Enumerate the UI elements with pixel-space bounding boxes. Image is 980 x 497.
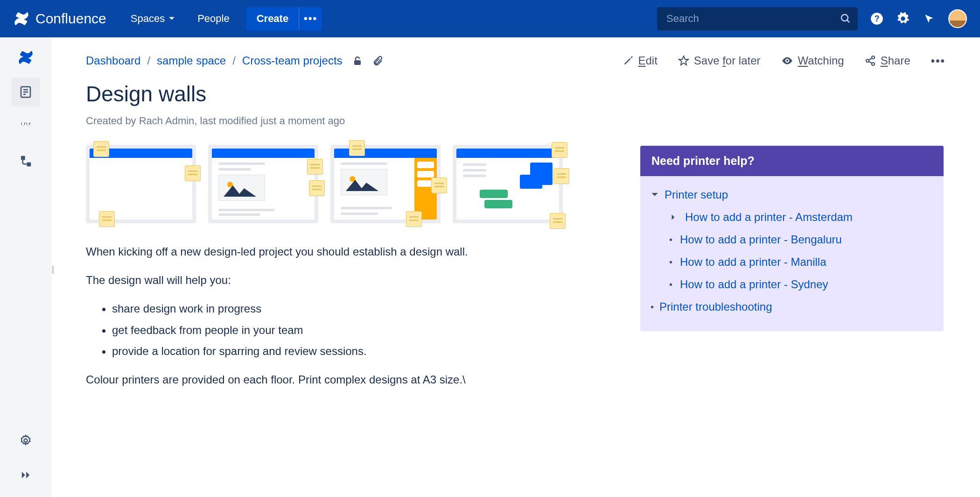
body-list-item: get feedback from people in your team bbox=[112, 321, 646, 339]
svg-line-17 bbox=[868, 62, 872, 64]
share-icon bbox=[865, 55, 876, 66]
watching-button[interactable]: Watching bbox=[781, 54, 844, 67]
sidebar-settings-icon[interactable] bbox=[11, 426, 40, 455]
gear-icon[interactable] bbox=[896, 12, 910, 26]
svg-point-10 bbox=[24, 439, 28, 442]
save-for-later-button[interactable]: Save for later bbox=[678, 54, 761, 67]
illustration-card bbox=[330, 145, 441, 223]
tree-link[interactable]: How to add a printer - Bengaluru bbox=[680, 233, 842, 246]
eye-icon bbox=[781, 55, 793, 67]
svg-point-15 bbox=[872, 63, 875, 65]
chevron-down-icon bbox=[168, 15, 175, 22]
sidebar-tree-icon[interactable] bbox=[11, 147, 40, 176]
svg-rect-9 bbox=[27, 163, 31, 167]
more-actions-button[interactable]: ••• bbox=[931, 54, 945, 67]
sidebar-expand-icon[interactable] bbox=[11, 461, 40, 490]
illustration-card bbox=[208, 145, 318, 223]
body-paragraph: When kicking off a new design-led projec… bbox=[86, 243, 646, 260]
body-paragraph: Colour printers are provided on each flo… bbox=[86, 371, 646, 388]
search-wrap bbox=[657, 7, 858, 30]
page-body: When kicking off a new design-led projec… bbox=[86, 243, 646, 388]
body-list-item: share design work in progress bbox=[112, 300, 646, 317]
bullet-icon: • bbox=[669, 257, 672, 268]
create-button[interactable]: Create bbox=[246, 7, 299, 30]
nav-people-label: People bbox=[197, 13, 230, 25]
svg-rect-11 bbox=[354, 60, 361, 65]
illustration-card bbox=[86, 145, 196, 223]
create-more-button[interactable]: ••• bbox=[299, 7, 322, 30]
tree-link[interactable]: How to add a printer - Amsterdam bbox=[685, 211, 853, 224]
nav-right: ? bbox=[657, 7, 967, 30]
help-panel-body: Printer setup How to add a printer - Ams… bbox=[640, 176, 944, 331]
page-actions: Edit Save for later Watching Share ••• bbox=[623, 54, 945, 67]
body-list: share design work in progress get feedba… bbox=[112, 300, 646, 360]
bullet-icon: • bbox=[651, 302, 654, 312]
main-content: Dashboard / sample space / Cross-team pr… bbox=[51, 37, 980, 497]
body-paragraph: The design wall will help you: bbox=[86, 271, 646, 289]
svg-point-0 bbox=[841, 14, 848, 21]
body-list-item: provide a location for sparring and revi… bbox=[112, 342, 646, 360]
chevron-down-icon bbox=[651, 191, 659, 199]
tree-link[interactable]: How to add a printer - Manilla bbox=[680, 256, 826, 269]
tree-item[interactable]: • How to add a printer - Bengaluru bbox=[669, 228, 933, 251]
tree-link[interactable]: Printer troubleshooting bbox=[659, 300, 772, 313]
tree-link[interactable]: Printer setup bbox=[665, 188, 728, 201]
sidebar-blog-icon[interactable] bbox=[11, 112, 40, 141]
help-panel-title: Need printer help? bbox=[640, 146, 944, 176]
bullet-icon: • bbox=[669, 279, 672, 290]
breadcrumb-dashboard[interactable]: Dashboard bbox=[86, 54, 140, 67]
top-nav: Confluence Spaces People Create ••• ? bbox=[0, 0, 980, 37]
page-title: Design walls bbox=[86, 81, 945, 106]
page-byline: Created by Rach Admin, last modified jus… bbox=[86, 115, 945, 127]
nav-spaces-label: Spaces bbox=[131, 13, 165, 25]
svg-point-12 bbox=[786, 60, 788, 62]
edit-button[interactable]: Edit bbox=[623, 54, 657, 67]
svg-point-13 bbox=[866, 59, 869, 62]
nav-people[interactable]: People bbox=[188, 8, 239, 29]
bullet-icon: • bbox=[669, 234, 672, 245]
restrictions-icon[interactable] bbox=[352, 55, 363, 66]
share-button[interactable]: Share bbox=[865, 54, 910, 67]
notification-icon[interactable] bbox=[922, 12, 936, 26]
chevron-right-icon bbox=[669, 214, 678, 220]
breadcrumb-separator: / bbox=[232, 54, 236, 67]
app-logo[interactable]: Confluence bbox=[13, 10, 106, 27]
tree-item[interactable]: • How to add a printer - Manilla bbox=[669, 251, 933, 273]
brand-name: Confluence bbox=[35, 11, 106, 27]
create-group: Create ••• bbox=[246, 7, 322, 30]
svg-rect-8 bbox=[21, 156, 25, 160]
tree-item[interactable]: How to add a printer - Amsterdam bbox=[669, 206, 933, 228]
search-icon[interactable] bbox=[840, 13, 851, 24]
breadcrumb: Dashboard / sample space / Cross-team pr… bbox=[86, 54, 384, 67]
star-icon bbox=[678, 55, 689, 66]
svg-line-16 bbox=[868, 58, 872, 60]
tree-link[interactable]: How to add a printer - Sydney bbox=[680, 278, 828, 291]
user-avatar[interactable] bbox=[948, 9, 967, 28]
breadcrumb-space[interactable]: sample space bbox=[157, 54, 226, 67]
breadcrumb-separator: / bbox=[147, 54, 150, 67]
svg-line-1 bbox=[847, 20, 849, 22]
confluence-logo-icon bbox=[13, 10, 30, 27]
help-panel: Need printer help? Printer setup How to … bbox=[640, 146, 944, 331]
tree-item-root[interactable]: Printer setup bbox=[651, 184, 933, 206]
search-input[interactable] bbox=[657, 7, 858, 30]
svg-text:?: ? bbox=[875, 14, 880, 23]
left-sidebar bbox=[0, 37, 51, 497]
space-logo-tile[interactable] bbox=[11, 43, 40, 72]
nav-spaces[interactable]: Spaces bbox=[121, 8, 184, 29]
tree-item[interactable]: • Printer troubleshooting bbox=[651, 296, 933, 318]
illustration-card bbox=[453, 145, 563, 223]
breadcrumb-parent[interactable]: Cross-team projects bbox=[242, 54, 343, 67]
help-icon[interactable]: ? bbox=[870, 12, 884, 26]
svg-point-14 bbox=[872, 56, 875, 59]
page-header-row: Dashboard / sample space / Cross-team pr… bbox=[86, 54, 945, 67]
sidebar-pages-icon[interactable] bbox=[11, 78, 40, 106]
tree-item[interactable]: • How to add a printer - Sydney bbox=[669, 273, 933, 296]
attachments-icon[interactable] bbox=[372, 55, 384, 66]
pencil-icon bbox=[623, 56, 633, 66]
